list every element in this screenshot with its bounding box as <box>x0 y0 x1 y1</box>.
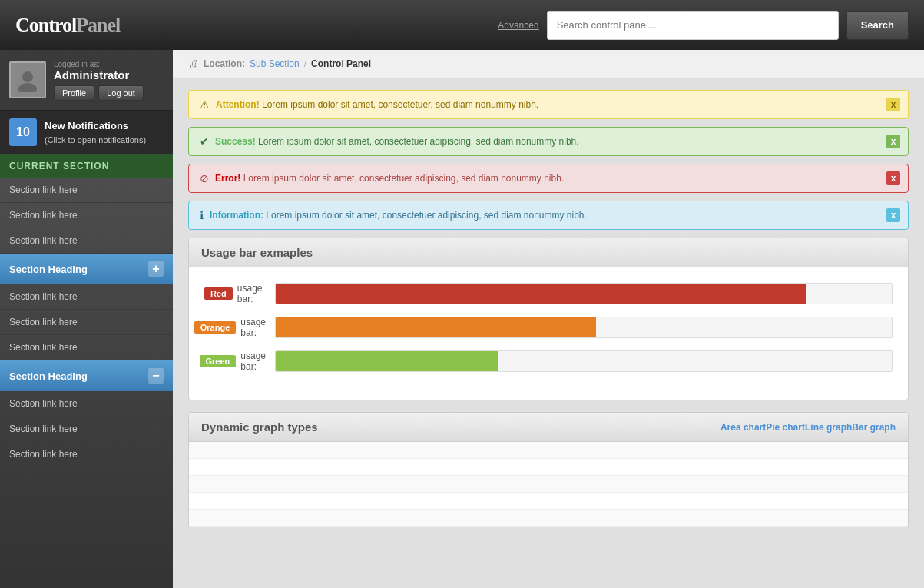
alert-label: Attention! <box>216 99 260 110</box>
nav-link-8[interactable]: Section link here <box>0 391 173 417</box>
logged-in-label: Logged in as: <box>54 60 100 68</box>
usage-bars: Red usage bar: Orange usage bar: Green u… <box>204 283 893 372</box>
usage-bar-row-1: Orange usage bar: <box>204 317 893 338</box>
alert-label: Information: <box>210 210 263 221</box>
usage-bar-label-container: Orange usage bar: <box>204 317 266 338</box>
usage-bar-fill <box>276 317 596 337</box>
graph-link-1[interactable]: Pie chart <box>766 422 805 433</box>
graph-row <box>189 459 908 476</box>
usage-bar-track <box>275 283 893 304</box>
alert-close-button[interactable]: x <box>886 135 900 148</box>
alert-success: ✔ Success! Lorem ipsum dolor sit amet, c… <box>188 127 909 156</box>
logo: ControlPanel <box>15 14 498 37</box>
alert-text: Success! Lorem ipsum dolor sit amet, con… <box>215 136 897 147</box>
breadcrumb: 🖨 Location: Sub Section / Control Panel <box>173 50 924 78</box>
svg-point-1 <box>18 83 37 92</box>
nav-toggle-icon: − <box>148 368 164 384</box>
notification-badge: 10 <box>9 118 37 146</box>
breadcrumb-location-label: Location: <box>204 58 245 69</box>
main-content: 🖨 Location: Sub Section / Control Panel … <box>173 50 924 588</box>
notifications-panel[interactable]: 10 New Notifications (Click to open noti… <box>0 111 173 154</box>
alert-icon: ✔ <box>200 135 209 148</box>
sidebar: Logged in as: Administrator Profile Log … <box>0 50 173 588</box>
avatar <box>9 61 46 98</box>
usage-bar-track <box>275 317 893 338</box>
usage-bar-track <box>275 350 893 372</box>
advanced-link[interactable]: Advanced <box>498 20 538 31</box>
usage-bar-badge: Green <box>200 355 237 367</box>
alert-warning: ⚠ Attention! Lorem ipsum dolor sit amet,… <box>188 90 909 119</box>
graph-header: Dynamic graph types Area chartPie chartL… <box>189 413 908 442</box>
profile-button[interactable]: Profile <box>54 85 94 101</box>
svg-point-0 <box>22 71 33 82</box>
username-display: Administrator <box>54 68 144 81</box>
graph-row <box>189 493 908 510</box>
header: ControlPanel Advanced Search <box>0 0 924 50</box>
graph-link-2[interactable]: Line graph <box>805 422 852 433</box>
graph-row <box>189 442 908 459</box>
current-section-label: Current Section <box>0 154 173 178</box>
breadcrumb-current: Control Panel <box>311 58 371 69</box>
alert-icon: ℹ <box>200 209 204 221</box>
alert-text: Information: Lorem ipsum dolor sit amet,… <box>210 210 897 221</box>
nav-link-1[interactable]: Section link here <box>0 203 173 228</box>
graph-title: Dynamic graph types <box>201 420 318 434</box>
alerts-container: ⚠ Attention! Lorem ipsum dolor sit amet,… <box>188 90 909 230</box>
search-button[interactable]: Search <box>846 11 909 40</box>
alert-label: Success! <box>215 136 256 147</box>
user-buttons: Profile Log out <box>54 85 144 101</box>
nav-heading-label: Section Heading <box>9 264 88 275</box>
alert-close-button[interactable]: x <box>886 208 900 222</box>
usage-bar-fill <box>276 351 498 371</box>
alert-close-button[interactable]: x <box>886 98 900 111</box>
breadcrumb-subsection[interactable]: Sub Section <box>250 58 300 69</box>
nav-link-5[interactable]: Section link here <box>0 310 173 335</box>
alert-info: ℹ Information: Lorem ipsum dolor sit ame… <box>188 201 909 230</box>
nav-link-2[interactable]: Section link here <box>0 228 173 254</box>
usage-bar-badge: Orange <box>194 321 237 334</box>
usage-bar-section: Usage bar exmaples Red usage bar: Orange… <box>188 238 909 400</box>
notification-text: New Notifications (Click to open notific… <box>45 118 146 146</box>
usage-bar-badge: Red <box>204 287 233 300</box>
alert-text: Attention! Lorem ipsum dolor sit amet, c… <box>216 99 897 110</box>
nav-link-0[interactable]: Section link here <box>0 178 173 203</box>
nav-link-4[interactable]: Section link here <box>0 284 173 310</box>
alert-close-button[interactable]: x <box>886 171 900 185</box>
graph-body <box>189 442 908 527</box>
nav-link-10[interactable]: Section link here <box>0 442 173 467</box>
graph-link-3[interactable]: Bar graph <box>852 422 896 433</box>
usage-bar-desc: usage bar: <box>240 350 266 372</box>
notification-subtitle: (Click to open notifications) <box>45 135 146 145</box>
user-area: Logged in as: Administrator Profile Log … <box>0 50 173 111</box>
usage-bar-label-container: Green usage bar: <box>204 350 266 372</box>
graph-row <box>189 476 908 493</box>
alert-icon: ⚠ <box>200 98 210 111</box>
nav-items: Section link hereSection link hereSectio… <box>0 178 173 467</box>
graph-row <box>189 510 908 527</box>
logout-button[interactable]: Log out <box>98 85 144 101</box>
usage-bar-row-2: Green usage bar: <box>204 350 893 372</box>
usage-bar-label-container: Red usage bar: <box>204 283 266 304</box>
alert-icon: ⊘ <box>200 172 209 184</box>
notification-title: New Notifications <box>45 120 128 131</box>
usage-bar-desc: usage bar: <box>240 317 266 338</box>
alert-label: Error! <box>215 173 240 184</box>
usage-bar-desc: usage bar: <box>237 283 266 304</box>
nav-section-heading-3[interactable]: Section Heading + <box>0 254 173 284</box>
nav-heading-label: Section Heading <box>9 370 88 382</box>
layout: Logged in as: Administrator Profile Log … <box>0 50 924 588</box>
nav-link-6[interactable]: Section link here <box>0 335 173 360</box>
breadcrumb-separator: / <box>304 58 306 69</box>
search-input[interactable] <box>547 11 839 40</box>
graph-section: Dynamic graph types Area chartPie chartL… <box>188 412 909 527</box>
nav-section-heading-7[interactable]: Section Heading − <box>0 360 173 391</box>
nav-link-9[interactable]: Section link here <box>0 417 173 442</box>
graph-links: Area chartPie chartLine graphBar graph <box>720 422 896 433</box>
content-area: ⚠ Attention! Lorem ipsum dolor sit amet,… <box>173 78 924 550</box>
alert-text: Error! Lorem ipsum dolor sit amet, conse… <box>215 173 897 184</box>
usage-bar-fill <box>276 284 806 304</box>
usage-bar-row-0: Red usage bar: <box>204 283 893 304</box>
usage-bar-body: Red usage bar: Orange usage bar: Green u… <box>189 267 908 400</box>
graph-link-0[interactable]: Area chart <box>720 422 766 433</box>
alert-error: ⊘ Error! Lorem ipsum dolor sit amet, con… <box>188 164 909 193</box>
